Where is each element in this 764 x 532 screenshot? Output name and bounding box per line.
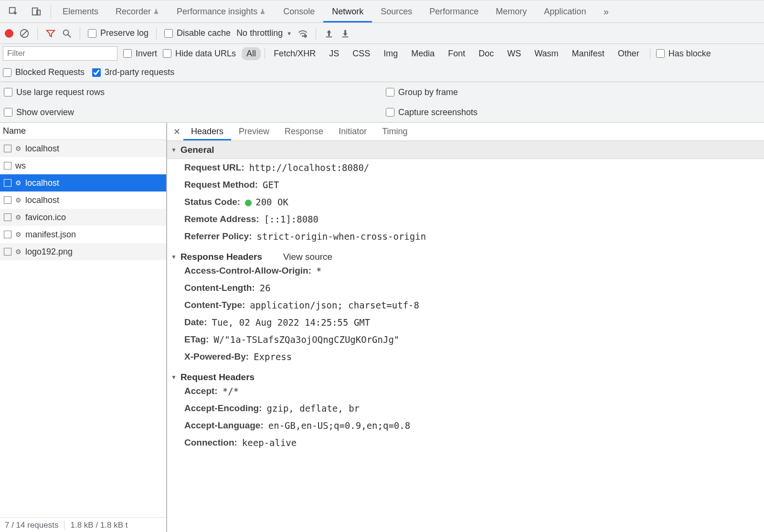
detail-tab-preview[interactable]: Preview xyxy=(231,123,277,140)
close-icon[interactable]: ✕ xyxy=(170,125,183,138)
request-row[interactable]: ⚙localhost xyxy=(0,174,166,192)
inspect-icon[interactable] xyxy=(5,3,22,20)
large-rows-checkbox[interactable]: Use large request rows xyxy=(4,87,105,97)
tab-console[interactable]: Console xyxy=(275,0,323,22)
detail-tab-timing[interactable]: Timing xyxy=(374,123,415,140)
tab-performance[interactable]: Performance xyxy=(421,0,487,22)
beta-icon xyxy=(153,8,159,15)
tab-network[interactable]: Network xyxy=(323,0,372,22)
tab-application[interactable]: Application xyxy=(535,0,594,22)
hide-data-urls-checkbox[interactable]: Hide data URLs xyxy=(163,49,236,59)
filter-type-fetch-xhr[interactable]: Fetch/XHR xyxy=(269,47,320,60)
row-checkbox[interactable] xyxy=(4,196,11,204)
header-row: Content-Type:application/json; charset=u… xyxy=(167,297,764,314)
capture-screenshots-checkbox[interactable]: Capture screenshots xyxy=(386,107,478,117)
row-checkbox[interactable] xyxy=(4,145,11,152)
download-har-icon[interactable] xyxy=(340,28,350,39)
filter-icon[interactable] xyxy=(45,28,56,39)
row-checkbox[interactable] xyxy=(4,162,11,170)
show-overview-checkbox[interactable]: Show overview xyxy=(4,107,74,117)
header-value: 200 OK xyxy=(245,197,288,207)
network-toolbar: Preserve log Disable cache No throttling… xyxy=(0,23,764,44)
blocked-requests-checkbox[interactable]: Blocked Requests xyxy=(3,67,85,77)
detail-tab-headers[interactable]: Headers xyxy=(183,123,231,140)
invert-checkbox[interactable]: Invert xyxy=(123,49,157,59)
row-checkbox[interactable] xyxy=(4,179,11,187)
svg-line-6 xyxy=(68,34,71,37)
header-value: Express xyxy=(254,351,292,362)
record-button[interactable] xyxy=(5,29,13,38)
tab-performance-insights[interactable]: Performance insights xyxy=(168,0,275,22)
header-row: Referrer Policy:strict-origin-when-cross… xyxy=(167,228,764,245)
filter-type-doc[interactable]: Doc xyxy=(474,47,499,60)
more-tabs-icon[interactable]: » xyxy=(597,3,615,20)
filter-type-wasm[interactable]: Wasm xyxy=(530,47,563,60)
group-by-frame-checkbox[interactable]: Group by frame xyxy=(386,87,458,97)
throttling-select[interactable]: No throttling▼ xyxy=(236,28,292,38)
row-checkbox[interactable] xyxy=(4,213,11,221)
section-header[interactable]: ▼Response HeadersView source xyxy=(167,245,764,262)
upload-har-icon[interactable] xyxy=(324,28,334,39)
request-list-panel: Name ⚙localhostws⚙localhost⚙localhost⚙fa… xyxy=(0,123,167,532)
filter-type-media[interactable]: Media xyxy=(406,47,439,60)
has-blocked-checkbox[interactable]: Has blocke xyxy=(656,49,711,59)
header-row: Accept:*/* xyxy=(167,383,764,400)
request-row[interactable]: ⚙localhost xyxy=(0,192,166,209)
request-count: 7 / 14 requests xyxy=(5,521,58,530)
gear-icon: ⚙ xyxy=(15,213,21,221)
network-conditions-icon[interactable] xyxy=(297,28,308,39)
filter-type-css[interactable]: CSS xyxy=(348,47,375,60)
disclosure-triangle-icon[interactable]: ▼ xyxy=(171,147,177,153)
request-list-header[interactable]: Name xyxy=(0,123,166,140)
header-key: Accept-Language: xyxy=(184,420,264,431)
section-header[interactable]: ▼General xyxy=(167,141,764,159)
third-party-checkbox[interactable]: 3rd-party requests xyxy=(92,67,174,77)
filter-type-font[interactable]: Font xyxy=(443,47,470,60)
filter-row-2: Blocked Requests 3rd-party requests xyxy=(0,63,764,82)
tab-sources[interactable]: Sources xyxy=(372,0,421,22)
header-row: Date:Tue, 02 Aug 2022 14:25:55 GMT xyxy=(167,314,764,331)
filter-input[interactable] xyxy=(3,46,117,61)
row-checkbox[interactable] xyxy=(4,231,11,238)
request-row[interactable]: ⚙logo192.png xyxy=(0,243,166,260)
gear-icon: ⚙ xyxy=(15,196,21,204)
header-key: Connection: xyxy=(184,437,237,448)
clear-icon[interactable] xyxy=(19,28,30,39)
section-header[interactable]: ▼Request Headers xyxy=(167,365,764,383)
filter-type-img[interactable]: Img xyxy=(379,47,403,60)
detail-tab-response[interactable]: Response xyxy=(277,123,331,140)
disable-cache-checkbox[interactable]: Disable cache xyxy=(164,28,231,38)
header-value: Tue, 02 Aug 2022 14:25:55 GMT xyxy=(212,317,371,328)
row-checkbox[interactable] xyxy=(4,248,11,255)
request-row[interactable]: ws xyxy=(0,157,166,174)
tab-elements[interactable]: Elements xyxy=(54,0,107,22)
search-icon[interactable] xyxy=(62,28,72,39)
filter-type-all[interactable]: All xyxy=(242,47,261,60)
device-toolbar-icon[interactable] xyxy=(28,3,45,20)
tab-memory[interactable]: Memory xyxy=(487,0,535,22)
header-row: Access-Control-Allow-Origin:* xyxy=(167,262,764,279)
filter-type-js[interactable]: JS xyxy=(324,47,344,60)
request-name: localhost xyxy=(25,178,59,188)
filter-type-ws[interactable]: WS xyxy=(502,47,526,60)
disclosure-triangle-icon[interactable]: ▼ xyxy=(171,374,177,381)
disclosure-triangle-icon[interactable]: ▼ xyxy=(171,254,177,260)
header-row: X-Powered-By:Express xyxy=(167,348,764,365)
request-name: manifest.json xyxy=(25,230,76,240)
devtools-tabs-bar: ElementsRecorderPerformance insightsCons… xyxy=(0,0,764,23)
header-key: Request Method: xyxy=(184,180,258,190)
svg-line-4 xyxy=(22,31,27,36)
preserve-log-checkbox[interactable]: Preserve log xyxy=(88,28,149,38)
filter-type-manifest[interactable]: Manifest xyxy=(567,47,609,60)
tab-recorder[interactable]: Recorder xyxy=(107,0,168,22)
request-row[interactable]: ⚙localhost xyxy=(0,140,166,157)
svg-rect-9 xyxy=(326,36,332,37)
request-row[interactable]: ⚙favicon.ico xyxy=(0,209,166,226)
filter-type-other[interactable]: Other xyxy=(613,47,644,60)
request-row[interactable]: ⚙manifest.json xyxy=(0,226,166,243)
header-row: Accept-Language:en-GB,en-US;q=0.9,en;q=0… xyxy=(167,417,764,434)
separator xyxy=(156,27,157,40)
header-row: Request URL:http://localhost:8080/ xyxy=(167,159,764,176)
view-source-link[interactable]: View source xyxy=(283,252,332,262)
detail-tab-initiator[interactable]: Initiator xyxy=(331,123,374,140)
